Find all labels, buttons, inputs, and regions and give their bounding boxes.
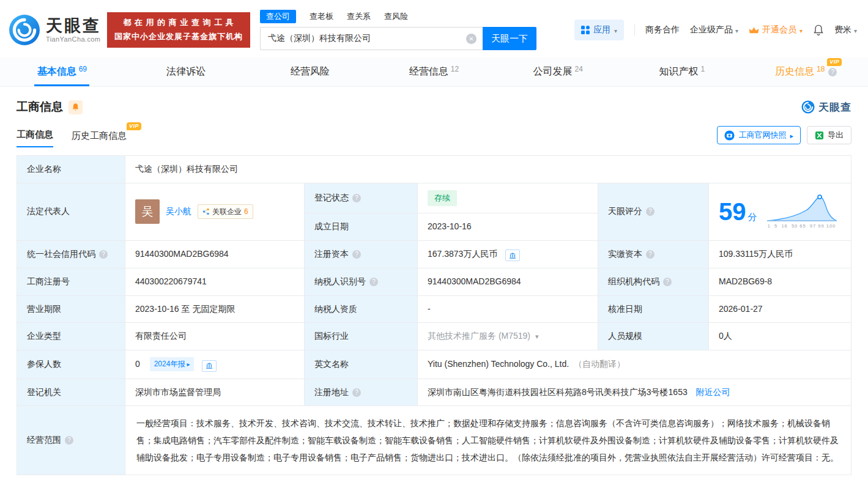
tab-inner: 经营风险 (291, 65, 330, 78)
paid-capital-label: 实缴资本 (598, 240, 709, 268)
field-label-text: 参保人数 (27, 359, 61, 369)
help-icon[interactable] (99, 250, 108, 259)
tab-count: 12 (451, 65, 459, 73)
industry-value: 其他技术推广服务 (M7519) (418, 323, 598, 350)
official-snapshot-button[interactable]: 工商官网快照 (717, 126, 801, 144)
field-label-text: 人员规模 (608, 331, 642, 341)
excel-icon (815, 131, 824, 140)
field-label-text: 注册地址 (314, 387, 349, 397)
field-label-text: 组织机构代码 (608, 276, 659, 286)
legal-rep-avatar[interactable]: 吴 (135, 199, 160, 224)
apps-label: 应用 (593, 24, 610, 35)
subtab-business-info[interactable]: 工商信息 (17, 129, 53, 147)
tab-basic-info[interactable]: 基本信息 69 (0, 57, 124, 86)
search-tab-risk[interactable]: 查风险 (384, 11, 408, 22)
reg-address-label: 注册地址 (305, 379, 418, 406)
related-label: 关联企业 (212, 206, 242, 218)
help-icon[interactable] (828, 68, 837, 76)
legal-rep-link[interactable]: 吴小航 (166, 205, 191, 218)
table-row: 登记机关 深圳市市场监督管理局 注册地址 深圳市南山区粤海街道科技园社区科苑路8… (17, 379, 851, 406)
snapshot-label: 工商官网快照 (738, 130, 786, 141)
search-tab-boss[interactable]: 查老板 (310, 11, 333, 22)
table-actions: 工商官网快照 导出 (717, 126, 851, 147)
tianyancha-watermark-logo: 天眼查 (801, 100, 851, 114)
score-row: 59分 1 5 16 50 65 97 99 100 (719, 194, 841, 230)
business-cooperation-link[interactable]: 商务合作 (645, 24, 680, 35)
help-icon[interactable] (369, 278, 378, 286)
annual-report-badge[interactable]: 2024年报 (150, 357, 195, 371)
reg-no-value: 440300220679741 (125, 268, 305, 296)
username: 费米 (834, 24, 851, 35)
tianyancha-logo[interactable]: 天眼查 TianYanCha.com (9, 14, 101, 46)
watermark-brand-name: 天眼查 (818, 100, 851, 114)
subtab-history-business-info[interactable]: VIP 历史工商信息 (72, 130, 127, 147)
monitor-bell-icon[interactable] (69, 100, 83, 114)
field-label-text: 法定代表人 (27, 206, 70, 216)
field-label-text: 登记状态 (314, 193, 349, 202)
chevron-down-icon[interactable] (535, 331, 539, 341)
tab-intellectual-property[interactable]: 知识产权 1 (620, 57, 744, 86)
tab-legal-proceedings[interactable]: 法律诉讼 (124, 57, 248, 86)
tab-inner: 经营信息 12 (409, 65, 459, 78)
field-label-text: 注册资本 (314, 249, 349, 259)
enterprise-products-menu[interactable]: 企业级产品 (690, 24, 738, 35)
tab-inner: 公司发展 24 (533, 65, 583, 78)
score-distribution-chart[interactable]: 1 5 16 50 65 97 99 100 (766, 194, 838, 230)
search-button[interactable]: 天眼一下 (483, 27, 536, 50)
open-vip-menu[interactable]: 开通会员 (749, 24, 803, 35)
table-row: 工商注册号 440300220679741 纳税人识别号 91440300MAD… (17, 268, 851, 296)
reg-status-label: 登记状态 (305, 183, 418, 213)
bank-icon-chip[interactable] (202, 360, 217, 372)
status-badge: 存续 (428, 190, 457, 206)
auto-translate-note: （自动翻译） (574, 359, 625, 369)
help-icon[interactable] (646, 250, 655, 259)
bank-icon-chip[interactable] (505, 250, 520, 261)
related-companies-chip[interactable]: 关联企业 6 (198, 204, 253, 220)
notification-bell-icon[interactable] (813, 24, 824, 36)
table-row: 企业类型 有限责任公司 国标行业 其他技术推广服务 (M7519) 人员规模 0… (17, 323, 851, 350)
chevron-down-icon (735, 25, 738, 35)
field-label-text: 登记机关 (27, 387, 61, 397)
clear-icon[interactable] (466, 34, 477, 44)
bank-icon (509, 252, 516, 259)
help-icon[interactable] (352, 250, 361, 259)
score-axis-ticks: 1 5 16 50 65 97 99 100 (766, 223, 838, 230)
tab-count: 1 (701, 65, 705, 73)
help-icon[interactable] (646, 207, 655, 216)
help-icon[interactable] (352, 388, 361, 397)
export-button[interactable]: 导出 (807, 126, 851, 144)
tab-company-development[interactable]: 公司发展 24 (496, 57, 620, 86)
reg-capital-label: 注册资本 (305, 240, 418, 268)
bank-icon (206, 362, 213, 369)
tab-operation-info[interactable]: 经营信息 12 (372, 57, 496, 86)
help-icon[interactable] (352, 194, 361, 202)
tab-count: 69 (79, 65, 87, 73)
tab-operation-risk[interactable]: 经营风险 (248, 57, 372, 86)
staff-size-value: 0人 (709, 323, 851, 350)
tab-count: 24 (575, 65, 583, 73)
establish-date-value: 2023-10-16 (418, 213, 598, 240)
table-row: 参保人数 0 2024年报 英文名称 Yitu (Shenzhen) Techn… (17, 350, 851, 379)
subtab-label: 历史工商信息 (72, 130, 127, 141)
tab-history-info[interactable]: VIP 历史信息 18 (744, 57, 868, 86)
section-title: 工商信息 (17, 99, 63, 115)
field-label-text: 核准日期 (608, 304, 642, 314)
slogan-line1: 都 在 用 的 商 业 查 询 工 具 (114, 16, 243, 30)
apps-menu[interactable]: 应用 (574, 20, 624, 40)
field-label-text: 英文名称 (314, 359, 349, 369)
help-icon[interactable] (663, 278, 672, 286)
score-value: 59 (719, 198, 746, 225)
user-menu[interactable]: 费米 (834, 24, 857, 35)
search-input[interactable] (260, 27, 483, 50)
table-row: 经营范围 一般经营项目：技术服务、技术开发、技术咨询、技术交流、技术转让、技术推… (17, 406, 851, 475)
export-label: 导出 (828, 130, 844, 141)
reg-no-label: 工商注册号 (17, 268, 125, 296)
industry-label: 国标行业 (305, 323, 418, 350)
search-tab-company[interactable]: 查公司 (260, 10, 296, 23)
enterprise-products-label: 企业级产品 (690, 24, 733, 35)
table-row: 法定代表人 吴 吴小航 关联企业 6 登记状态 存续 天眼评分 59分 (17, 183, 851, 213)
help-icon[interactable] (65, 436, 73, 445)
nearby-companies-link[interactable]: 附近公司 (696, 387, 730, 397)
search-tab-relation[interactable]: 查关系 (347, 11, 371, 22)
field-label-text: 工商注册号 (27, 276, 70, 286)
